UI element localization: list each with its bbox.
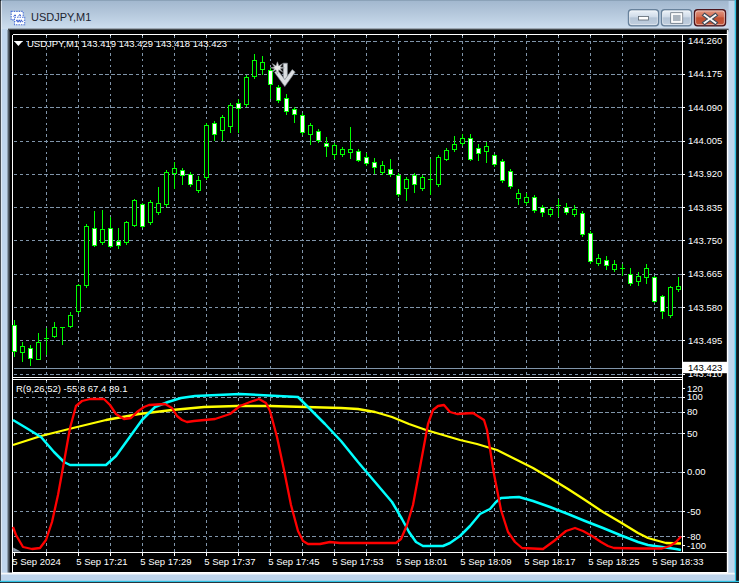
svg-text:143.835: 143.835 bbox=[688, 202, 722, 213]
svg-text:100: 100 bbox=[687, 391, 703, 402]
svg-text:143.423: 143.423 bbox=[688, 362, 722, 373]
svg-text:144.175: 144.175 bbox=[688, 68, 722, 79]
svg-text:5 Sep 17:21: 5 Sep 17:21 bbox=[76, 556, 127, 567]
svg-text:5 Sep 2024: 5 Sep 2024 bbox=[12, 556, 61, 567]
svg-text:USDJPY,M1 143.419 143.429 143: USDJPY,M1 143.419 143.429 143.418 143.42… bbox=[27, 38, 227, 49]
svg-text:5 Sep 17:53: 5 Sep 17:53 bbox=[332, 556, 383, 567]
svg-text:5 Sep 18:01: 5 Sep 18:01 bbox=[396, 556, 447, 567]
svg-text:143.665: 143.665 bbox=[688, 268, 722, 279]
svg-text:50: 50 bbox=[687, 428, 698, 439]
svg-text:5 Sep 18:33: 5 Sep 18:33 bbox=[652, 556, 703, 567]
svg-text:144.090: 144.090 bbox=[688, 102, 722, 113]
svg-text:143.750: 143.750 bbox=[688, 235, 722, 246]
svg-text:5 Sep 17:45: 5 Sep 17:45 bbox=[268, 556, 319, 567]
svg-text:5 Sep 17:29: 5 Sep 17:29 bbox=[140, 556, 191, 567]
svg-text:143.920: 143.920 bbox=[688, 168, 722, 179]
svg-text:0.00: 0.00 bbox=[687, 466, 706, 477]
svg-text:143.495: 143.495 bbox=[688, 335, 722, 346]
svg-text:5 Sep 18:25: 5 Sep 18:25 bbox=[588, 556, 639, 567]
svg-text:-100: -100 bbox=[687, 540, 706, 551]
svg-text:144.005: 144.005 bbox=[688, 135, 722, 146]
svg-text:143.580: 143.580 bbox=[688, 302, 722, 313]
svg-text:144.260: 144.260 bbox=[688, 35, 722, 46]
svg-text:5 Sep 18:09: 5 Sep 18:09 bbox=[460, 556, 511, 567]
svg-text:-50: -50 bbox=[687, 506, 701, 517]
svg-text:5 Sep 17:37: 5 Sep 17:37 bbox=[204, 556, 255, 567]
svg-text:80: 80 bbox=[687, 406, 698, 417]
svg-text:USDJPY,M1: USDJPY,M1 bbox=[31, 11, 91, 23]
svg-text:5 Sep 18:17: 5 Sep 18:17 bbox=[524, 556, 575, 567]
svg-text:R(9,26,52) -55.8 67.4 89.1: R(9,26,52) -55.8 67.4 89.1 bbox=[16, 383, 127, 394]
